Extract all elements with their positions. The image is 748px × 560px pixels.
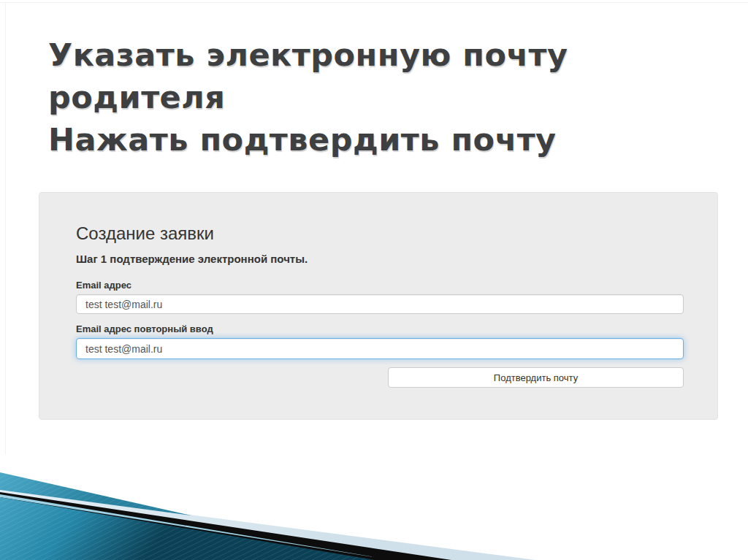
title-line-2: родителя [48,76,662,118]
ribbon-teal-upper-band [0,472,191,515]
form-card: Создание заявки Шаг 1 подтверждение элек… [39,192,718,420]
slide-title: Указать электронную почту родителя Нажат… [48,34,662,161]
email-repeat-label: Email адрес повторный ввод [76,323,213,334]
email-repeat-input[interactable] [76,338,684,359]
confirm-email-button[interactable]: Подтвердить почту [388,367,684,388]
ribbon-highlight-edge [0,494,392,560]
ribbon-teal-field [0,497,375,560]
slide-frame-left-line [5,2,6,455]
ribbon-teal-field-texture [0,497,375,560]
title-line-3: Нажать подтвердить почту [48,118,662,161]
slide-frame-top-line [0,2,748,3]
ribbon-teal-upper-band-texture [0,472,191,515]
form-heading: Создание заявки [76,223,214,244]
ribbon-pale-stripe [0,490,535,560]
email-input[interactable] [76,294,684,314]
title-line-1: Указать электронную почту [48,34,662,76]
ribbon-black-stripe [0,492,451,560]
email-label: Email адрес [76,280,131,291]
form-step-subheading: Шаг 1 подтверждение электронной почты. [76,253,308,265]
presentation-slide: Указать электронную почту родителя Нажат… [0,0,748,560]
